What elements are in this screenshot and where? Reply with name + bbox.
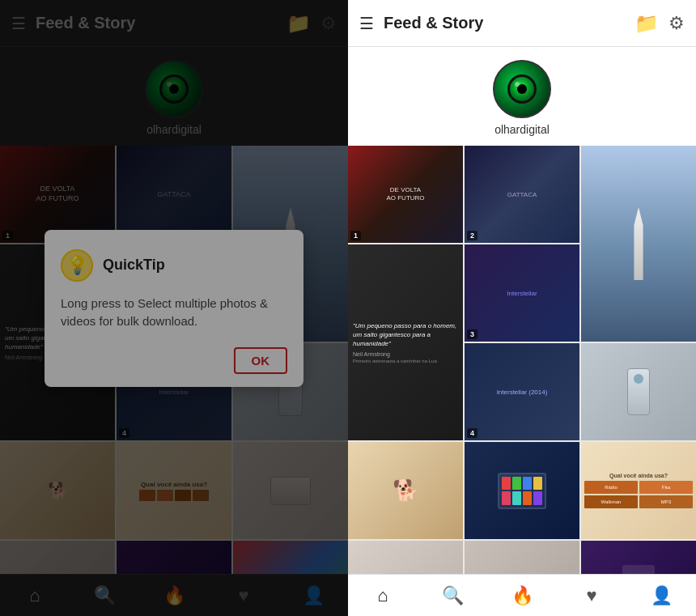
- right-grid-item-dog[interactable]: 🐕: [348, 442, 463, 539]
- right-bottom-nav: ⌂ 🔍 🔥 ♥ 👤: [348, 574, 696, 616]
- right-grid-badge-2: 2: [467, 231, 477, 240]
- right-grid-item-2[interactable]: GATTACA 2: [465, 146, 579, 243]
- right-menu-icon[interactable]: ☰: [359, 14, 374, 33]
- left-panel: ☰ Feed & Story 📁 ⚙ olhardigital DE VOLTA…: [0, 0, 348, 616]
- right-grid-badge-4: 4: [467, 428, 477, 438]
- right-grid-item-retro[interactable]: Qual você ainda usa? Rádio Fita Walkman …: [581, 442, 696, 539]
- dialog-title: QuickTip: [103, 257, 165, 274]
- right-grid-item-rocket-top[interactable]: [581, 146, 696, 342]
- right-folder-icon[interactable]: 📁: [634, 12, 659, 35]
- dialog-lightbulb-icon: 💡: [61, 249, 93, 282]
- right-grid-item-printer[interactable]: [348, 541, 463, 574]
- right-grid-badge-3: 3: [467, 329, 477, 339]
- right-panel: ☰ Feed & Story 📁 ⚙ olhardigital DE VOLTA…: [348, 0, 696, 616]
- right-settings-icon[interactable]: ⚙: [668, 13, 685, 34]
- right-grid-badge-1: 1: [350, 231, 361, 240]
- right-grid-item-device[interactable]: [581, 343, 696, 440]
- right-grid-item-3[interactable]: Interstellar 3: [465, 244, 579, 342]
- dialog-overlay: 💡 QuickTip Long press to Select multiple…: [0, 0, 348, 616]
- right-header-title: Feed & Story: [384, 14, 634, 32]
- quicktip-dialog: 💡 QuickTip Long press to Select multiple…: [45, 230, 303, 387]
- right-grid-item-tablet[interactable]: [465, 442, 579, 539]
- right-photo-grid: DE VOLTAAO FUTURO 1 GATTACA 2 "Um pequen…: [348, 146, 696, 574]
- right-nav-trending[interactable]: 🔥: [487, 575, 557, 616]
- right-avatar[interactable]: [493, 60, 551, 118]
- right-nav-home[interactable]: ⌂: [348, 575, 418, 616]
- right-profile-name: olhardigital: [494, 123, 550, 136]
- right-grid-item-rocks[interactable]: [465, 541, 579, 574]
- dialog-ok-button[interactable]: OK: [234, 347, 288, 374]
- dialog-header: 💡 QuickTip: [61, 249, 287, 282]
- right-nav-profile[interactable]: 👤: [626, 575, 696, 616]
- dialog-footer: OK: [61, 347, 287, 374]
- right-grid-item-1[interactable]: DE VOLTAAO FUTURO 1: [348, 146, 463, 243]
- right-grid-item-4[interactable]: Interstellar (2014) 4: [465, 343, 579, 440]
- right-grid-item-purple[interactable]: [581, 541, 696, 574]
- right-profile-section: olhardigital: [348, 47, 696, 146]
- right-avatar-eye: [507, 74, 537, 104]
- right-nav-search[interactable]: 🔍: [418, 575, 487, 616]
- dialog-body: Long press to Select multiple photos & v…: [61, 295, 287, 331]
- right-nav-likes[interactable]: ♥: [557, 575, 626, 616]
- right-grid-item-quote[interactable]: "Um pequeno passo para o homem, um salto…: [348, 244, 463, 440]
- right-header: ☰ Feed & Story 📁 ⚙: [348, 0, 696, 47]
